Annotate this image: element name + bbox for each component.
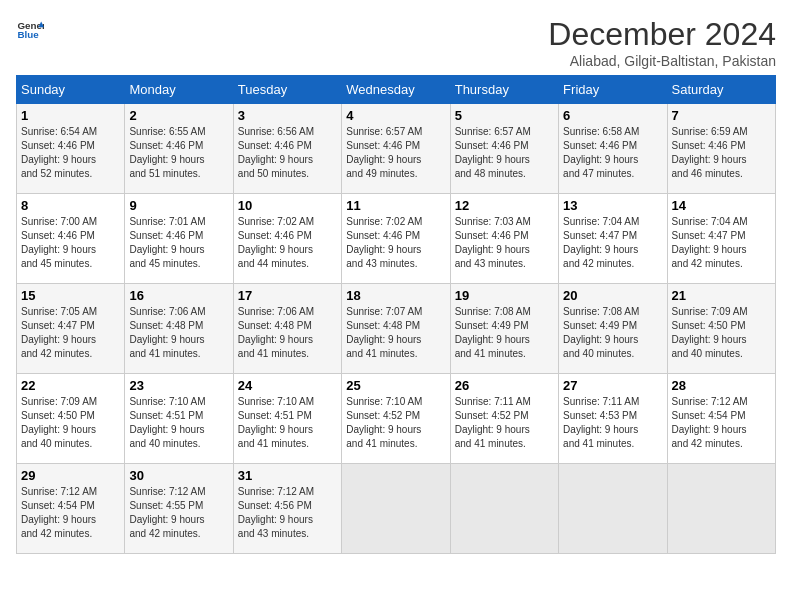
day-info: Sunrise: 7:06 AM Sunset: 4:48 PM Dayligh… (238, 305, 337, 361)
day-number: 28 (672, 378, 771, 393)
day-number: 29 (21, 468, 120, 483)
dow-header-sunday: Sunday (17, 76, 125, 104)
calendar-cell: 27Sunrise: 7:11 AM Sunset: 4:53 PM Dayli… (559, 374, 667, 464)
calendar-cell: 19Sunrise: 7:08 AM Sunset: 4:49 PM Dayli… (450, 284, 558, 374)
calendar-week-4: 22Sunrise: 7:09 AM Sunset: 4:50 PM Dayli… (17, 374, 776, 464)
day-info: Sunrise: 6:56 AM Sunset: 4:46 PM Dayligh… (238, 125, 337, 181)
day-info: Sunrise: 7:08 AM Sunset: 4:49 PM Dayligh… (563, 305, 662, 361)
page-header: General Blue December 2024 Aliabad, Gilg… (16, 16, 776, 69)
calendar-cell: 28Sunrise: 7:12 AM Sunset: 4:54 PM Dayli… (667, 374, 775, 464)
location-subtitle: Aliabad, Gilgit-Baltistan, Pakistan (548, 53, 776, 69)
calendar-cell (667, 464, 775, 554)
day-info: Sunrise: 6:58 AM Sunset: 4:46 PM Dayligh… (563, 125, 662, 181)
day-number: 31 (238, 468, 337, 483)
day-number: 20 (563, 288, 662, 303)
day-info: Sunrise: 7:12 AM Sunset: 4:54 PM Dayligh… (672, 395, 771, 451)
day-number: 12 (455, 198, 554, 213)
day-number: 1 (21, 108, 120, 123)
day-number: 8 (21, 198, 120, 213)
calendar-table: SundayMondayTuesdayWednesdayThursdayFrid… (16, 75, 776, 554)
day-info: Sunrise: 6:57 AM Sunset: 4:46 PM Dayligh… (455, 125, 554, 181)
day-info: Sunrise: 6:57 AM Sunset: 4:46 PM Dayligh… (346, 125, 445, 181)
day-number: 18 (346, 288, 445, 303)
calendar-cell: 17Sunrise: 7:06 AM Sunset: 4:48 PM Dayli… (233, 284, 341, 374)
day-info: Sunrise: 7:11 AM Sunset: 4:52 PM Dayligh… (455, 395, 554, 451)
calendar-cell: 3Sunrise: 6:56 AM Sunset: 4:46 PM Daylig… (233, 104, 341, 194)
day-number: 24 (238, 378, 337, 393)
day-info: Sunrise: 7:06 AM Sunset: 4:48 PM Dayligh… (129, 305, 228, 361)
day-of-week-row: SundayMondayTuesdayWednesdayThursdayFrid… (17, 76, 776, 104)
day-number: 30 (129, 468, 228, 483)
day-number: 6 (563, 108, 662, 123)
dow-header-saturday: Saturday (667, 76, 775, 104)
day-number: 19 (455, 288, 554, 303)
day-info: Sunrise: 6:55 AM Sunset: 4:46 PM Dayligh… (129, 125, 228, 181)
day-info: Sunrise: 7:03 AM Sunset: 4:46 PM Dayligh… (455, 215, 554, 271)
calendar-cell: 21Sunrise: 7:09 AM Sunset: 4:50 PM Dayli… (667, 284, 775, 374)
day-info: Sunrise: 7:05 AM Sunset: 4:47 PM Dayligh… (21, 305, 120, 361)
day-number: 15 (21, 288, 120, 303)
day-number: 16 (129, 288, 228, 303)
calendar-cell: 12Sunrise: 7:03 AM Sunset: 4:46 PM Dayli… (450, 194, 558, 284)
day-number: 7 (672, 108, 771, 123)
calendar-cell: 8Sunrise: 7:00 AM Sunset: 4:46 PM Daylig… (17, 194, 125, 284)
calendar-week-3: 15Sunrise: 7:05 AM Sunset: 4:47 PM Dayli… (17, 284, 776, 374)
calendar-cell: 31Sunrise: 7:12 AM Sunset: 4:56 PM Dayli… (233, 464, 341, 554)
day-info: Sunrise: 7:02 AM Sunset: 4:46 PM Dayligh… (346, 215, 445, 271)
day-number: 14 (672, 198, 771, 213)
calendar-cell: 13Sunrise: 7:04 AM Sunset: 4:47 PM Dayli… (559, 194, 667, 284)
calendar-cell: 6Sunrise: 6:58 AM Sunset: 4:46 PM Daylig… (559, 104, 667, 194)
day-number: 10 (238, 198, 337, 213)
day-info: Sunrise: 7:12 AM Sunset: 4:55 PM Dayligh… (129, 485, 228, 541)
dow-header-wednesday: Wednesday (342, 76, 450, 104)
calendar-cell: 7Sunrise: 6:59 AM Sunset: 4:46 PM Daylig… (667, 104, 775, 194)
day-info: Sunrise: 7:10 AM Sunset: 4:51 PM Dayligh… (129, 395, 228, 451)
dow-header-friday: Friday (559, 76, 667, 104)
day-info: Sunrise: 6:54 AM Sunset: 4:46 PM Dayligh… (21, 125, 120, 181)
calendar-cell (450, 464, 558, 554)
day-number: 13 (563, 198, 662, 213)
calendar-cell: 1Sunrise: 6:54 AM Sunset: 4:46 PM Daylig… (17, 104, 125, 194)
day-info: Sunrise: 7:00 AM Sunset: 4:46 PM Dayligh… (21, 215, 120, 271)
calendar-cell: 24Sunrise: 7:10 AM Sunset: 4:51 PM Dayli… (233, 374, 341, 464)
day-info: Sunrise: 7:12 AM Sunset: 4:56 PM Dayligh… (238, 485, 337, 541)
calendar-cell: 30Sunrise: 7:12 AM Sunset: 4:55 PM Dayli… (125, 464, 233, 554)
calendar-cell: 23Sunrise: 7:10 AM Sunset: 4:51 PM Dayli… (125, 374, 233, 464)
calendar-cell: 15Sunrise: 7:05 AM Sunset: 4:47 PM Dayli… (17, 284, 125, 374)
day-number: 11 (346, 198, 445, 213)
calendar-cell (559, 464, 667, 554)
day-info: Sunrise: 7:10 AM Sunset: 4:51 PM Dayligh… (238, 395, 337, 451)
day-info: Sunrise: 7:07 AM Sunset: 4:48 PM Dayligh… (346, 305, 445, 361)
day-info: Sunrise: 7:04 AM Sunset: 4:47 PM Dayligh… (672, 215, 771, 271)
calendar-cell: 11Sunrise: 7:02 AM Sunset: 4:46 PM Dayli… (342, 194, 450, 284)
day-info: Sunrise: 7:09 AM Sunset: 4:50 PM Dayligh… (672, 305, 771, 361)
day-number: 23 (129, 378, 228, 393)
day-number: 22 (21, 378, 120, 393)
day-info: Sunrise: 7:10 AM Sunset: 4:52 PM Dayligh… (346, 395, 445, 451)
calendar-cell (342, 464, 450, 554)
logo: General Blue (16, 16, 44, 44)
day-info: Sunrise: 7:11 AM Sunset: 4:53 PM Dayligh… (563, 395, 662, 451)
day-number: 2 (129, 108, 228, 123)
calendar-cell: 10Sunrise: 7:02 AM Sunset: 4:46 PM Dayli… (233, 194, 341, 284)
calendar-cell: 4Sunrise: 6:57 AM Sunset: 4:46 PM Daylig… (342, 104, 450, 194)
calendar-cell: 25Sunrise: 7:10 AM Sunset: 4:52 PM Dayli… (342, 374, 450, 464)
month-title: December 2024 (548, 16, 776, 53)
calendar-cell: 20Sunrise: 7:08 AM Sunset: 4:49 PM Dayli… (559, 284, 667, 374)
day-number: 4 (346, 108, 445, 123)
day-info: Sunrise: 7:09 AM Sunset: 4:50 PM Dayligh… (21, 395, 120, 451)
dow-header-monday: Monday (125, 76, 233, 104)
day-number: 3 (238, 108, 337, 123)
calendar-week-5: 29Sunrise: 7:12 AM Sunset: 4:54 PM Dayli… (17, 464, 776, 554)
day-info: Sunrise: 7:08 AM Sunset: 4:49 PM Dayligh… (455, 305, 554, 361)
calendar-cell: 22Sunrise: 7:09 AM Sunset: 4:50 PM Dayli… (17, 374, 125, 464)
calendar-cell: 14Sunrise: 7:04 AM Sunset: 4:47 PM Dayli… (667, 194, 775, 284)
calendar-cell: 29Sunrise: 7:12 AM Sunset: 4:54 PM Dayli… (17, 464, 125, 554)
day-info: Sunrise: 6:59 AM Sunset: 4:46 PM Dayligh… (672, 125, 771, 181)
svg-text:Blue: Blue (17, 29, 39, 40)
day-number: 5 (455, 108, 554, 123)
dow-header-tuesday: Tuesday (233, 76, 341, 104)
day-number: 9 (129, 198, 228, 213)
calendar-cell: 26Sunrise: 7:11 AM Sunset: 4:52 PM Dayli… (450, 374, 558, 464)
calendar-cell: 5Sunrise: 6:57 AM Sunset: 4:46 PM Daylig… (450, 104, 558, 194)
